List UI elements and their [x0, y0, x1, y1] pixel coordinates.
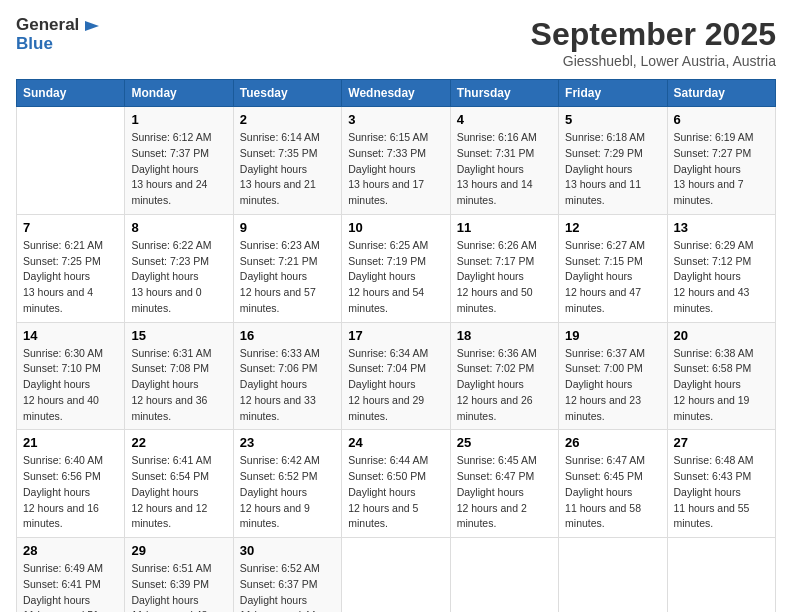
- calendar-table: SundayMondayTuesdayWednesdayThursdayFrid…: [16, 79, 776, 612]
- day-info: Sunrise: 6:34 AM Sunset: 7:04 PM Dayligh…: [348, 346, 443, 425]
- header-cell-sunday: Sunday: [17, 80, 125, 107]
- day-number: 18: [457, 328, 552, 343]
- day-number: 30: [240, 543, 335, 558]
- location: Giesshuebl, Lower Austria, Austria: [531, 53, 776, 69]
- day-cell: 4 Sunrise: 6:16 AM Sunset: 7:31 PM Dayli…: [450, 107, 558, 215]
- day-cell: [667, 538, 775, 613]
- day-number: 8: [131, 220, 226, 235]
- day-cell: [559, 538, 667, 613]
- logo: General Blue: [16, 16, 99, 53]
- day-cell: 20 Sunrise: 6:38 AM Sunset: 6:58 PM Dayl…: [667, 322, 775, 430]
- day-cell: 21 Sunrise: 6:40 AM Sunset: 6:56 PM Dayl…: [17, 430, 125, 538]
- day-cell: 9 Sunrise: 6:23 AM Sunset: 7:21 PM Dayli…: [233, 214, 341, 322]
- day-cell: 26 Sunrise: 6:47 AM Sunset: 6:45 PM Dayl…: [559, 430, 667, 538]
- calendar-header: SundayMondayTuesdayWednesdayThursdayFrid…: [17, 80, 776, 107]
- day-info: Sunrise: 6:18 AM Sunset: 7:29 PM Dayligh…: [565, 130, 660, 209]
- day-number: 27: [674, 435, 769, 450]
- day-number: 23: [240, 435, 335, 450]
- day-number: 13: [674, 220, 769, 235]
- day-number: 9: [240, 220, 335, 235]
- header-cell-tuesday: Tuesday: [233, 80, 341, 107]
- day-cell: 8 Sunrise: 6:22 AM Sunset: 7:23 PM Dayli…: [125, 214, 233, 322]
- day-cell: 15 Sunrise: 6:31 AM Sunset: 7:08 PM Dayl…: [125, 322, 233, 430]
- day-info: Sunrise: 6:15 AM Sunset: 7:33 PM Dayligh…: [348, 130, 443, 209]
- week-row-4: 21 Sunrise: 6:40 AM Sunset: 6:56 PM Dayl…: [17, 430, 776, 538]
- day-number: 22: [131, 435, 226, 450]
- day-info: Sunrise: 6:19 AM Sunset: 7:27 PM Dayligh…: [674, 130, 769, 209]
- day-info: Sunrise: 6:30 AM Sunset: 7:10 PM Dayligh…: [23, 346, 118, 425]
- day-info: Sunrise: 6:31 AM Sunset: 7:08 PM Dayligh…: [131, 346, 226, 425]
- day-info: Sunrise: 6:45 AM Sunset: 6:47 PM Dayligh…: [457, 453, 552, 532]
- day-number: 2: [240, 112, 335, 127]
- day-cell: 22 Sunrise: 6:41 AM Sunset: 6:54 PM Dayl…: [125, 430, 233, 538]
- day-number: 16: [240, 328, 335, 343]
- day-cell: 28 Sunrise: 6:49 AM Sunset: 6:41 PM Dayl…: [17, 538, 125, 613]
- day-number: 17: [348, 328, 443, 343]
- header-cell-wednesday: Wednesday: [342, 80, 450, 107]
- day-cell: 19 Sunrise: 6:37 AM Sunset: 7:00 PM Dayl…: [559, 322, 667, 430]
- day-number: 15: [131, 328, 226, 343]
- day-cell: 1 Sunrise: 6:12 AM Sunset: 7:37 PM Dayli…: [125, 107, 233, 215]
- day-cell: 11 Sunrise: 6:26 AM Sunset: 7:17 PM Dayl…: [450, 214, 558, 322]
- title-block: September 2025 Giesshuebl, Lower Austria…: [531, 16, 776, 69]
- day-cell: 25 Sunrise: 6:45 AM Sunset: 6:47 PM Dayl…: [450, 430, 558, 538]
- day-info: Sunrise: 6:29 AM Sunset: 7:12 PM Dayligh…: [674, 238, 769, 317]
- day-info: Sunrise: 6:49 AM Sunset: 6:41 PM Dayligh…: [23, 561, 118, 612]
- day-number: 5: [565, 112, 660, 127]
- day-cell: 24 Sunrise: 6:44 AM Sunset: 6:50 PM Dayl…: [342, 430, 450, 538]
- svg-marker-0: [85, 21, 99, 31]
- day-number: 14: [23, 328, 118, 343]
- header-cell-thursday: Thursday: [450, 80, 558, 107]
- day-cell: 6 Sunrise: 6:19 AM Sunset: 7:27 PM Dayli…: [667, 107, 775, 215]
- day-cell: 13 Sunrise: 6:29 AM Sunset: 7:12 PM Dayl…: [667, 214, 775, 322]
- day-cell: 14 Sunrise: 6:30 AM Sunset: 7:10 PM Dayl…: [17, 322, 125, 430]
- day-number: 6: [674, 112, 769, 127]
- day-info: Sunrise: 6:27 AM Sunset: 7:15 PM Dayligh…: [565, 238, 660, 317]
- day-cell: 23 Sunrise: 6:42 AM Sunset: 6:52 PM Dayl…: [233, 430, 341, 538]
- day-number: 3: [348, 112, 443, 127]
- day-info: Sunrise: 6:52 AM Sunset: 6:37 PM Dayligh…: [240, 561, 335, 612]
- day-info: Sunrise: 6:40 AM Sunset: 6:56 PM Dayligh…: [23, 453, 118, 532]
- day-cell: 17 Sunrise: 6:34 AM Sunset: 7:04 PM Dayl…: [342, 322, 450, 430]
- day-info: Sunrise: 6:37 AM Sunset: 7:00 PM Dayligh…: [565, 346, 660, 425]
- day-cell: 7 Sunrise: 6:21 AM Sunset: 7:25 PM Dayli…: [17, 214, 125, 322]
- day-number: 24: [348, 435, 443, 450]
- day-number: 26: [565, 435, 660, 450]
- header-row: SundayMondayTuesdayWednesdayThursdayFrid…: [17, 80, 776, 107]
- day-info: Sunrise: 6:26 AM Sunset: 7:17 PM Dayligh…: [457, 238, 552, 317]
- day-number: 7: [23, 220, 118, 235]
- day-number: 19: [565, 328, 660, 343]
- day-info: Sunrise: 6:14 AM Sunset: 7:35 PM Dayligh…: [240, 130, 335, 209]
- day-info: Sunrise: 6:22 AM Sunset: 7:23 PM Dayligh…: [131, 238, 226, 317]
- day-number: 25: [457, 435, 552, 450]
- day-info: Sunrise: 6:36 AM Sunset: 7:02 PM Dayligh…: [457, 346, 552, 425]
- day-cell: 2 Sunrise: 6:14 AM Sunset: 7:35 PM Dayli…: [233, 107, 341, 215]
- day-number: 1: [131, 112, 226, 127]
- day-cell: 12 Sunrise: 6:27 AM Sunset: 7:15 PM Dayl…: [559, 214, 667, 322]
- day-cell: 3 Sunrise: 6:15 AM Sunset: 7:33 PM Dayli…: [342, 107, 450, 215]
- day-number: 20: [674, 328, 769, 343]
- day-cell: 5 Sunrise: 6:18 AM Sunset: 7:29 PM Dayli…: [559, 107, 667, 215]
- day-info: Sunrise: 6:38 AM Sunset: 6:58 PM Dayligh…: [674, 346, 769, 425]
- calendar-body: 1 Sunrise: 6:12 AM Sunset: 7:37 PM Dayli…: [17, 107, 776, 613]
- day-number: 4: [457, 112, 552, 127]
- day-info: Sunrise: 6:25 AM Sunset: 7:19 PM Dayligh…: [348, 238, 443, 317]
- day-info: Sunrise: 6:33 AM Sunset: 7:06 PM Dayligh…: [240, 346, 335, 425]
- day-cell: [17, 107, 125, 215]
- day-number: 29: [131, 543, 226, 558]
- page-header: General Blue September 2025 Giesshuebl, …: [16, 16, 776, 69]
- week-row-2: 7 Sunrise: 6:21 AM Sunset: 7:25 PM Dayli…: [17, 214, 776, 322]
- day-cell: 30 Sunrise: 6:52 AM Sunset: 6:37 PM Dayl…: [233, 538, 341, 613]
- day-cell: 16 Sunrise: 6:33 AM Sunset: 7:06 PM Dayl…: [233, 322, 341, 430]
- day-info: Sunrise: 6:44 AM Sunset: 6:50 PM Dayligh…: [348, 453, 443, 532]
- day-cell: [450, 538, 558, 613]
- week-row-1: 1 Sunrise: 6:12 AM Sunset: 7:37 PM Dayli…: [17, 107, 776, 215]
- header-cell-saturday: Saturday: [667, 80, 775, 107]
- day-number: 10: [348, 220, 443, 235]
- day-info: Sunrise: 6:47 AM Sunset: 6:45 PM Dayligh…: [565, 453, 660, 532]
- day-info: Sunrise: 6:21 AM Sunset: 7:25 PM Dayligh…: [23, 238, 118, 317]
- day-info: Sunrise: 6:23 AM Sunset: 7:21 PM Dayligh…: [240, 238, 335, 317]
- day-info: Sunrise: 6:12 AM Sunset: 7:37 PM Dayligh…: [131, 130, 226, 209]
- day-number: 21: [23, 435, 118, 450]
- day-number: 12: [565, 220, 660, 235]
